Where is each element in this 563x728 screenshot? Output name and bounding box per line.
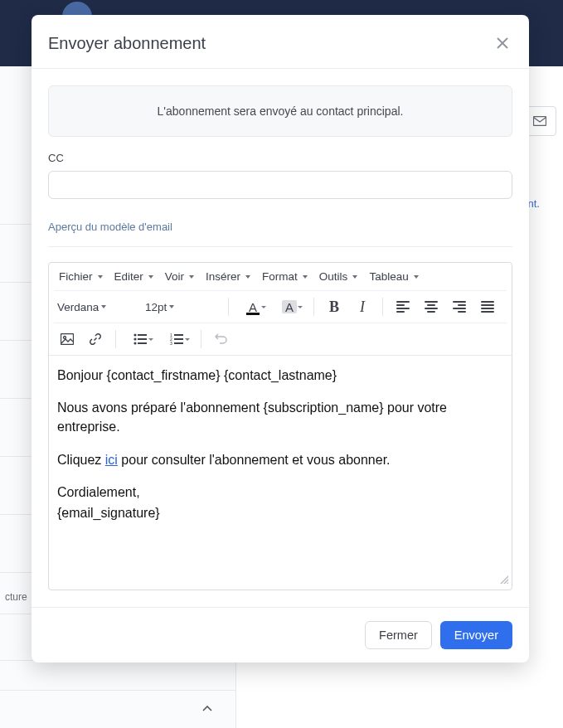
- align-justify-icon: [481, 301, 494, 313]
- email-line1: Nous avons préparé l'abonnement {subscri…: [57, 398, 503, 436]
- bg-color-icon: A: [282, 300, 297, 313]
- bullet-list-button[interactable]: [124, 328, 156, 351]
- align-justify-button[interactable]: [476, 295, 499, 318]
- background-color-button[interactable]: A: [274, 295, 305, 318]
- italic-button[interactable]: I: [351, 295, 374, 318]
- svg-rect-10: [174, 338, 183, 340]
- svg-rect-0: [534, 117, 546, 126]
- bullet-list-icon: [133, 333, 147, 345]
- separator: [313, 298, 314, 316]
- modal-title: Envoyer abonnement: [48, 34, 206, 53]
- menu-file[interactable]: Fichier: [56, 267, 106, 286]
- send-subscription-modal: Envoyer abonnement L'abonnement sera env…: [32, 15, 529, 662]
- align-left-icon: [396, 301, 410, 313]
- bold-button[interactable]: B: [323, 295, 346, 318]
- close-icon: [497, 37, 508, 49]
- menu-edit[interactable]: Editer: [111, 267, 157, 286]
- numbered-list-button[interactable]: 123: [161, 328, 192, 351]
- separator: [201, 330, 201, 348]
- align-center-button[interactable]: [420, 295, 443, 318]
- align-right-icon: [453, 301, 466, 313]
- bg-left-fragment: cture: [5, 591, 27, 603]
- modal-header: Envoyer abonnement: [32, 15, 529, 69]
- click-prefix: Cliquez: [57, 453, 105, 467]
- cc-label: CC: [48, 152, 512, 164]
- modal-footer: Fermer Envoyer: [32, 607, 529, 662]
- divider: [48, 246, 512, 247]
- svg-point-5: [133, 337, 136, 340]
- send-button[interactable]: Envoyer: [440, 621, 512, 649]
- svg-point-2: [64, 337, 66, 339]
- svg-rect-4: [138, 334, 147, 336]
- insert-image-button[interactable]: [56, 328, 79, 351]
- separator: [382, 298, 383, 316]
- numbered-list-icon: 123: [170, 333, 183, 345]
- menu-insert[interactable]: Insérer: [202, 267, 254, 286]
- menu-tools[interactable]: Outils: [316, 267, 362, 286]
- close-button[interactable]: [493, 33, 512, 53]
- font-size-select[interactable]: 12pt: [143, 298, 220, 317]
- text-color-icon: A: [246, 300, 260, 313]
- resize-handle-icon[interactable]: [49, 571, 512, 590]
- image-icon: [61, 333, 74, 345]
- svg-point-7: [133, 342, 136, 344]
- click-suffix: pour consulter l'abonnement et vous abon…: [118, 453, 391, 467]
- svg-rect-8: [138, 342, 147, 344]
- svg-point-3: [133, 333, 136, 336]
- menu-table[interactable]: Tableau: [366, 267, 421, 286]
- cc-input[interactable]: [48, 171, 512, 199]
- email-signature: {email_signature}: [57, 503, 503, 522]
- format-bar-2: 123: [54, 323, 507, 355]
- text-color-button[interactable]: A: [237, 295, 269, 318]
- chevron-up-icon[interactable]: [202, 702, 212, 715]
- email-here-link[interactable]: ici: [105, 453, 118, 467]
- modal-body: L'abonnement sera envoyé au contact prin…: [32, 69, 529, 607]
- svg-rect-9: [174, 334, 183, 336]
- preview-template-link[interactable]: Aperçu du modèle d'email: [48, 221, 172, 233]
- rich-text-editor: Fichier Editer Voir Insérer Format Outil…: [48, 262, 512, 590]
- cancel-button[interactable]: Fermer: [365, 621, 432, 649]
- email-click-line: Cliquez ici pour consulter l'abonnement …: [57, 450, 503, 469]
- link-icon: [89, 332, 102, 346]
- info-banner: L'abonnement sera envoyé au contact prin…: [48, 85, 512, 137]
- editor-toolbar: Fichier Editer Voir Insérer Format Outil…: [49, 263, 512, 356]
- svg-rect-1: [61, 334, 74, 345]
- email-signoff: Cordialement,: [57, 483, 503, 502]
- bg-link-fragment: nt.: [528, 197, 540, 210]
- undo-button[interactable]: [210, 328, 233, 351]
- separator: [228, 298, 229, 316]
- menu-format[interactable]: Format: [259, 267, 311, 286]
- separator: [115, 330, 116, 348]
- align-right-button[interactable]: [448, 295, 471, 318]
- font-family-select[interactable]: Verdana: [56, 298, 138, 317]
- svg-rect-11: [174, 342, 183, 344]
- undo-icon: [215, 333, 228, 345]
- email-body-editor[interactable]: Bonjour {contact_firstname} {contact_las…: [49, 356, 512, 571]
- align-left-button[interactable]: [391, 295, 415, 318]
- menu-view[interactable]: Voir: [162, 267, 197, 286]
- email-greeting: Bonjour {contact_firstname} {contact_las…: [57, 366, 503, 385]
- align-center-icon: [425, 301, 438, 313]
- insert-link-button[interactable]: [84, 328, 107, 351]
- format-bar-1: Verdana 12pt A A B I: [54, 290, 507, 323]
- svg-text:3: 3: [170, 341, 172, 345]
- svg-rect-6: [138, 338, 147, 340]
- menu-bar: Fichier Editer Voir Insérer Format Outil…: [54, 263, 507, 290]
